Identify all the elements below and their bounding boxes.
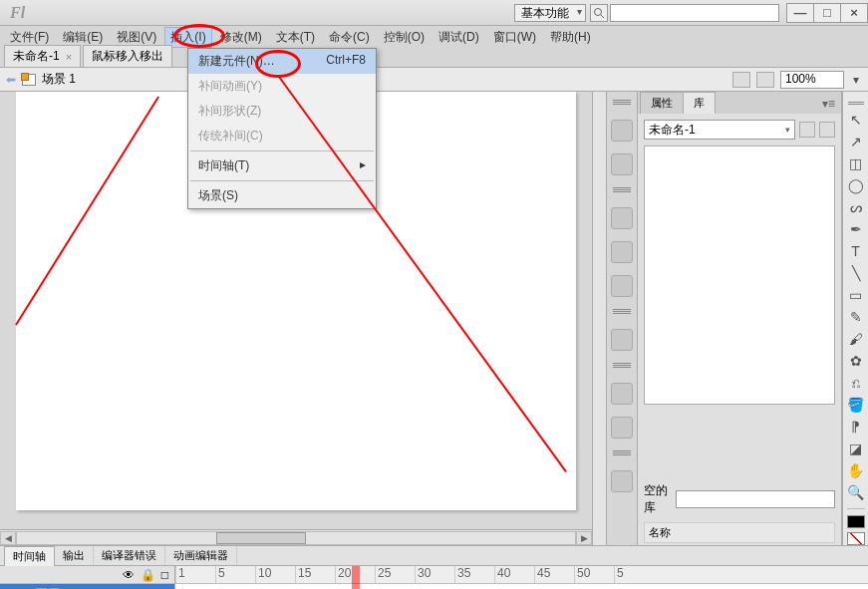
color-panel-icon[interactable] xyxy=(611,120,633,142)
zoom-tool[interactable]: 🔍 xyxy=(846,483,866,501)
ruler-tick: 10 xyxy=(255,566,295,583)
edit-scene-button[interactable] xyxy=(732,72,750,88)
frame-row[interactable] xyxy=(175,584,868,589)
file-tab[interactable]: 鼠标移入移出 xyxy=(83,45,172,67)
hand-tool[interactable]: ✋ xyxy=(846,461,866,479)
close-button[interactable]: × xyxy=(840,3,868,23)
line-tool[interactable]: ╲ xyxy=(846,264,866,282)
edit-symbol-button[interactable] xyxy=(756,72,774,88)
info-panel-icon[interactable] xyxy=(611,241,633,263)
menu-debug[interactable]: 调试(D) xyxy=(433,27,485,48)
rectangle-tool[interactable]: ▭ xyxy=(846,286,866,304)
pencil-tool[interactable]: ✎ xyxy=(846,308,866,326)
eraser-tool[interactable]: ◪ xyxy=(846,440,866,457)
vertical-scrollbar[interactable] xyxy=(592,92,606,545)
subselection-tool[interactable]: ↗ xyxy=(846,133,866,150)
selection-tool[interactable]: ↖ xyxy=(846,111,866,129)
library-document-select[interactable]: 未命名-1 xyxy=(644,120,795,140)
3d-rotation-tool[interactable]: ◯ xyxy=(846,176,866,194)
new-library-icon[interactable] xyxy=(819,122,835,138)
timeline-menuitem[interactable]: 时间轴(T)▸ xyxy=(188,153,376,178)
panel-menu-icon[interactable]: ▾≡ xyxy=(816,94,841,114)
pen-tool[interactable]: ✒ xyxy=(846,220,866,238)
title-bar: Fl 基本功能 — □ × xyxy=(0,0,868,26)
properties-tab[interactable]: 属性 xyxy=(640,92,684,114)
search-input[interactable] xyxy=(610,4,779,22)
brush-tool[interactable]: 🖌 xyxy=(846,330,866,348)
frame-ruler[interactable]: 1 5 10 15 20 25 30 35 40 45 50 5 xyxy=(175,566,868,584)
back-arrow-icon[interactable]: ⬅ xyxy=(6,73,16,87)
minimize-button[interactable]: — xyxy=(786,3,814,23)
motion-panel-icon[interactable] xyxy=(611,417,633,439)
menuitem-label: 补间形状(Z) xyxy=(198,103,261,120)
transform-panel-icon[interactable] xyxy=(611,275,633,297)
align-panel-icon[interactable] xyxy=(611,207,633,229)
menu-text[interactable]: 文本(T) xyxy=(270,27,321,48)
separator xyxy=(847,508,865,509)
eyedropper-tool[interactable]: ⁋ xyxy=(846,418,866,436)
timeline-tab[interactable]: 时间轴 xyxy=(4,546,55,566)
lock-icon[interactable]: 🔒 xyxy=(141,568,155,582)
zoom-dropdown-icon[interactable]: ▾ xyxy=(850,73,862,87)
horizontal-scrollbar[interactable]: ◀ ▶ xyxy=(0,529,592,545)
scroll-thumb[interactable] xyxy=(216,532,306,544)
layer-row[interactable]: 🗋 图层 1 ✎ • • □ xyxy=(0,584,174,589)
new-symbol-menuitem[interactable]: 新建元件(N)… Ctrl+F8 xyxy=(188,49,376,74)
menu-modify[interactable]: 修改(M) xyxy=(214,27,268,48)
paint-bucket-tool[interactable]: 🪣 xyxy=(846,396,866,414)
scroll-right-icon[interactable]: ▶ xyxy=(576,531,592,545)
scene-icon xyxy=(22,74,36,86)
library-doc-label: 未命名-1 xyxy=(649,122,696,139)
library-name-column[interactable]: 名称 xyxy=(644,522,835,543)
shape-tween-menuitem[interactable]: 补间形状(Z) xyxy=(188,99,376,124)
strip-handle-icon[interactable] xyxy=(611,450,633,458)
strip-handle-icon[interactable] xyxy=(611,363,633,371)
menu-window[interactable]: 窗口(W) xyxy=(487,27,542,48)
app-logo: Fl xyxy=(0,4,35,22)
text-tool[interactable]: T xyxy=(846,242,866,260)
menu-commands[interactable]: 命令(C) xyxy=(323,27,376,48)
lasso-tool[interactable]: ᔕ xyxy=(846,198,866,216)
tools-handle-icon[interactable] xyxy=(846,102,866,107)
close-tab-icon[interactable]: × xyxy=(66,51,72,63)
zoom-input[interactable]: 100% xyxy=(780,71,844,89)
svg-line-1 xyxy=(601,15,604,18)
bone-tool[interactable]: ⎌ xyxy=(846,374,866,392)
empty-library-label: 空的库 xyxy=(644,482,672,516)
free-transform-tool[interactable]: ◫ xyxy=(846,154,866,172)
motion-tween-menuitem[interactable]: 补间动画(Y) xyxy=(188,74,376,99)
file-tab-label: 鼠标移入移出 xyxy=(92,48,163,65)
maximize-button[interactable]: □ xyxy=(813,3,841,23)
compiler-errors-tab[interactable]: 编译器错误 xyxy=(94,546,165,565)
fill-color-swatch[interactable] xyxy=(847,532,865,545)
keyframe[interactable] xyxy=(175,584,183,589)
deco-tool[interactable]: ✿ xyxy=(846,352,866,370)
library-search-input[interactable] xyxy=(676,490,835,508)
file-tab[interactable]: 未命名-1× xyxy=(4,45,81,67)
motion-editor-tab[interactable]: 动画编辑器 xyxy=(165,546,237,565)
eye-icon[interactable]: 👁 xyxy=(123,568,135,582)
outline-icon[interactable]: □ xyxy=(161,568,168,582)
menu-control[interactable]: 控制(O) xyxy=(378,27,431,48)
tools-panel: ↖ ↗ ◫ ◯ ᔕ ✒ T ╲ ▭ ✎ 🖌 ✿ ⎌ 🪣 ⁋ ◪ ✋ 🔍 xyxy=(842,92,868,545)
stroke-color-swatch[interactable] xyxy=(847,515,865,528)
library-panel-icon[interactable] xyxy=(611,329,633,351)
pin-library-icon[interactable] xyxy=(799,122,815,138)
project-panel-icon[interactable] xyxy=(611,470,633,492)
menu-help[interactable]: 帮助(H) xyxy=(544,27,597,48)
workspace-dropdown[interactable]: 基本功能 xyxy=(514,4,586,22)
components-panel-icon[interactable] xyxy=(611,383,633,405)
menuitem-shortcut: Ctrl+F8 xyxy=(326,53,366,70)
swatches-panel-icon[interactable] xyxy=(611,153,633,175)
scroll-left-icon[interactable]: ◀ xyxy=(0,531,16,545)
strip-handle-icon[interactable] xyxy=(611,309,633,317)
output-tab[interactable]: 输出 xyxy=(55,546,94,565)
submenu-arrow-icon: ▸ xyxy=(360,157,366,174)
ruler-tick: 40 xyxy=(494,566,534,583)
strip-handle-icon[interactable] xyxy=(611,187,633,195)
strip-handle-icon[interactable] xyxy=(611,100,633,108)
scene-menuitem[interactable]: 场景(S) xyxy=(188,183,376,208)
search-icon[interactable] xyxy=(590,4,608,22)
library-tab[interactable]: 库 xyxy=(683,92,716,114)
classic-tween-menuitem[interactable]: 传统补间(C) xyxy=(188,124,376,148)
